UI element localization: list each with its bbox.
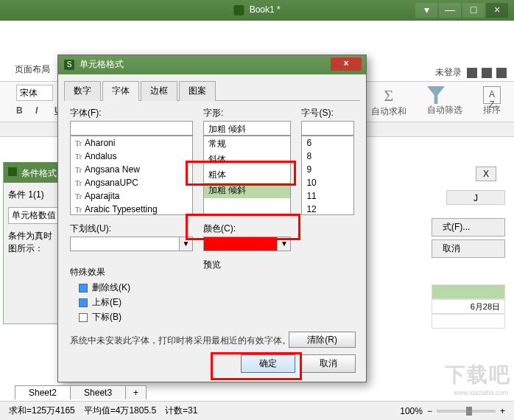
zoom-control: 100% − + xyxy=(400,406,505,416)
zoom-slider[interactable] xyxy=(437,410,496,413)
autofilter-label: 自动筛选 xyxy=(427,105,462,115)
font-selected-display[interactable] xyxy=(70,121,193,136)
style-selected-display[interactable]: 加粗 倾斜 xyxy=(203,121,291,136)
size-label: 字号(S): xyxy=(301,107,354,119)
checkbox-icon xyxy=(79,313,88,322)
cell-value-button[interactable]: 单元格数值 xyxy=(8,207,60,224)
size-option[interactable]: 11 xyxy=(302,189,353,203)
font-option: TrAharoni xyxy=(71,136,192,150)
sheet-tab-2[interactable]: Sheet2 xyxy=(15,385,71,399)
underline-label: 下划线(U): xyxy=(70,223,193,235)
tab-number[interactable]: 数字 xyxy=(64,81,101,101)
format-button[interactable]: 式(F)... xyxy=(432,218,505,237)
superscript-checkbox[interactable]: 上标(E) xyxy=(79,296,193,309)
size-option[interactable]: 8 xyxy=(302,150,353,163)
cancel-button[interactable]: 取消 xyxy=(301,354,356,373)
font-listbox[interactable]: TrAharoni TrAndalus TrAngsana New TrAngs… xyxy=(70,136,193,215)
user-icon[interactable] xyxy=(467,68,477,78)
chevron-down-icon[interactable]: ▼ xyxy=(278,237,291,251)
bold-button[interactable]: B xyxy=(16,105,27,116)
checkbox-checked-icon xyxy=(79,284,88,293)
dialog-title-text: 单元格格式 xyxy=(80,59,124,69)
font-option: TrAparajita xyxy=(71,189,192,203)
size-option[interactable]: 6 xyxy=(302,136,353,150)
sort-label: 排序 xyxy=(483,105,501,115)
app-icon xyxy=(233,5,244,15)
autosum-label: 自动求和 xyxy=(371,106,406,116)
funnel-icon xyxy=(427,86,445,104)
title-text: Book1 * xyxy=(250,4,281,15)
autosum-button[interactable]: Σ 自动求和 xyxy=(371,86,406,118)
style-label: 字形: xyxy=(203,107,291,119)
zoom-in-button[interactable]: + xyxy=(500,406,505,416)
cell-format-dialog: S 单元格格式 × 数字 字体 边框 图案 字体(F): TrAharoni T… xyxy=(57,55,367,382)
add-sheet-button[interactable]: + xyxy=(125,385,147,399)
style-option[interactable]: 斜体 xyxy=(204,152,290,167)
clear-button[interactable]: 清除(R) xyxy=(289,332,356,348)
tab-pattern[interactable]: 图案 xyxy=(179,81,216,101)
cell-empty[interactable] xyxy=(432,314,505,329)
watermark-url: www.xiazaiba.com xyxy=(454,389,508,396)
strike-checkbox[interactable]: 删除线(K) xyxy=(79,281,193,294)
font-option: TrAngsana New xyxy=(71,163,192,176)
style-option[interactable]: 粗体 xyxy=(204,167,290,183)
cf-title-text: 条件格式 xyxy=(21,168,57,178)
color-combo[interactable]: ▼ xyxy=(203,237,291,251)
sort-icon: AZ xyxy=(483,86,501,104)
size-selected-display[interactable] xyxy=(301,121,354,136)
close-button[interactable]: × xyxy=(486,3,508,18)
font-option: TrArabic Typesetting xyxy=(71,203,192,215)
preview-label: 预览 xyxy=(203,259,291,271)
italic-button[interactable]: I xyxy=(35,105,46,116)
cf-close-icon[interactable]: X xyxy=(476,167,496,181)
caret-down-icon[interactable] xyxy=(496,68,507,78)
status-text: 求和=125万4165 平均值=4万1805.5 计数=31 xyxy=(9,405,197,417)
tshirt-icon[interactable] xyxy=(482,68,492,78)
maximize-button[interactable]: □ xyxy=(462,3,485,18)
font-label: 字体(F): xyxy=(70,107,193,119)
dialog-icon: S xyxy=(64,60,74,70)
autofilter-button[interactable]: 自动筛选 xyxy=(427,86,462,116)
checkbox-checked-icon xyxy=(79,298,88,307)
size-listbox[interactable]: 6 8 9 10 11 12 xyxy=(301,136,354,215)
cell-highlighted[interactable] xyxy=(432,284,505,299)
style-option[interactable]: 常规 xyxy=(204,136,290,152)
status-bar: 求和=125万4165 平均值=4万1805.5 计数=31 100% − + xyxy=(0,401,514,420)
minimize-button[interactable]: — xyxy=(439,3,461,18)
style-option-selected[interactable]: 加粗 倾斜 xyxy=(204,183,290,198)
font-family-combo[interactable]: 宋体 xyxy=(16,85,53,101)
ok-button[interactable]: 确定 xyxy=(241,354,295,373)
ribbon-tab-page-layout[interactable]: 页面布局 xyxy=(15,63,50,76)
dialog-body: 字体(F): TrAharoni TrAndalus TrAngsana New… xyxy=(58,101,366,362)
login-status[interactable]: 未登录 xyxy=(435,66,507,79)
font-option: TrAndalus xyxy=(71,150,192,163)
sheet-tab-3[interactable]: Sheet3 xyxy=(70,385,126,399)
font-option: TrAngsanaUPC xyxy=(71,176,192,189)
subscript-checkbox[interactable]: 下标(B) xyxy=(79,311,193,323)
cf-cancel-button[interactable]: 取消 xyxy=(432,239,505,258)
tab-font[interactable]: 字体 xyxy=(102,81,139,101)
dialog-tabs: 数字 字体 边框 图案 xyxy=(64,80,360,101)
spreadsheet-grid[interactable]: X J 式(F)... 取消 6月28日 xyxy=(373,137,505,358)
dialog-titlebar[interactable]: S 单元格格式 × xyxy=(58,55,366,74)
size-option[interactable]: 9 xyxy=(302,163,353,176)
chevron-down-icon[interactable]: ▼ xyxy=(180,237,193,251)
underline-combo[interactable]: ▼ xyxy=(70,237,193,251)
document-title: Book1 * xyxy=(233,4,280,15)
zoom-value: 100% xyxy=(400,406,423,416)
cell-date[interactable]: 6月28日 xyxy=(432,299,505,314)
tab-border[interactable]: 边框 xyxy=(141,81,177,101)
color-swatch-red[interactable] xyxy=(203,237,278,251)
color-label: 颜色(C): xyxy=(203,223,291,235)
main-titlebar: Book1 * ▾ — □ × xyxy=(0,0,514,21)
login-status-text: 未登录 xyxy=(435,67,462,77)
zoom-out-button[interactable]: − xyxy=(427,406,432,416)
style-listbox[interactable]: 常规 斜体 粗体 加粗 倾斜 xyxy=(203,136,291,215)
menu-button[interactable]: ▾ xyxy=(415,3,437,18)
size-option[interactable]: 10 xyxy=(302,176,353,189)
underline-value[interactable] xyxy=(70,237,180,251)
dialog-close-button[interactable]: × xyxy=(331,57,362,71)
sort-button[interactable]: AZ 排序 xyxy=(483,86,501,116)
size-option[interactable]: 12 xyxy=(302,203,353,215)
column-header-j[interactable]: J xyxy=(446,190,505,205)
